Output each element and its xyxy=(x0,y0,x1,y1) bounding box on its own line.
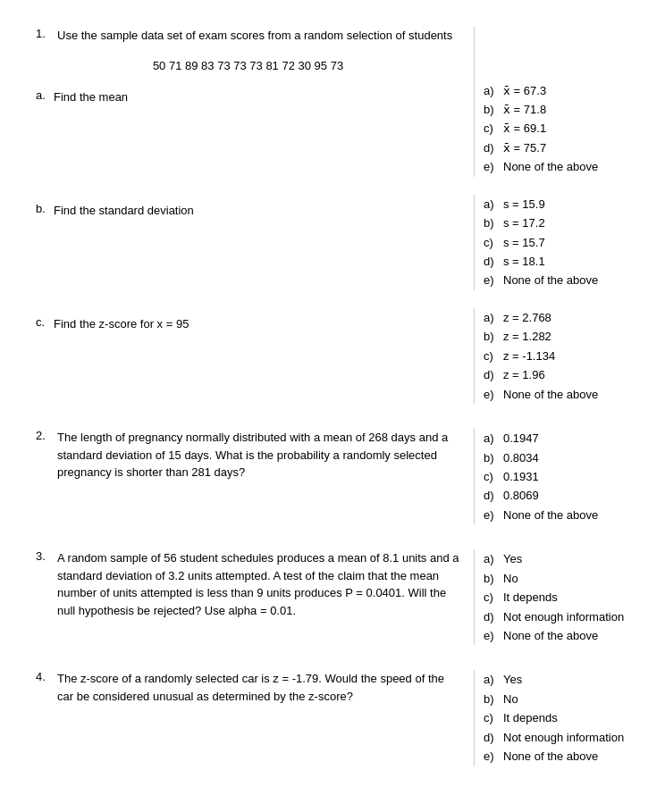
q1a-opt-b: b) x̄ = 71.8 xyxy=(484,100,629,119)
q4-number: 4. xyxy=(36,670,52,712)
q1c-options: a) z = 2.768 b) z = 1.282 c) z = -1.134 … xyxy=(474,308,629,404)
page: 1. Use the sample data set of exam score… xyxy=(0,0,665,812)
q3-opt-b: b) No xyxy=(484,569,629,588)
q1c-opt-c: c) z = -1.134 xyxy=(484,347,629,365)
q1a-opt-d: d) x̄ = 75.7 xyxy=(484,138,629,157)
q1a-options: a) x̄ = 67.3 b) x̄ = 71.8 c) x̄ = 69.1 d… xyxy=(474,81,629,177)
q1-number: 1. xyxy=(36,27,52,52)
q4-opt-d: d) Not enough information xyxy=(484,728,629,747)
question-1-block: 1. Use the sample data set of exam score… xyxy=(36,27,629,404)
q4-opt-c: c) It depends xyxy=(484,708,629,727)
q2-opt-b: b) 0.8034 xyxy=(484,448,629,467)
q1c-opt-d: d) z = 1.96 xyxy=(484,365,629,384)
q1b-opt-c: c) s = 15.7 xyxy=(484,233,629,252)
q4-options: a) Yes b) No c) It depends d) Not enough… xyxy=(474,670,629,766)
q1a-opt-b-letter: b) xyxy=(484,100,498,119)
q1a-opt-d-letter: d) xyxy=(484,138,498,157)
q3-opt-d: d) Not enough information xyxy=(484,607,629,626)
q2-number: 2. xyxy=(36,429,52,489)
q1b-opt-d: d) s = 18.1 xyxy=(484,252,629,271)
question-4-block: 4. The z-score of a randomly selected ca… xyxy=(36,670,629,766)
q1a-opt-a: a) x̄ = 67.3 xyxy=(484,81,629,100)
q1a-opt-a-value: x̄ = 67.3 xyxy=(503,81,546,100)
q1a-opt-c: c) x̄ = 69.1 xyxy=(484,119,629,138)
q1a-opt-c-value: x̄ = 69.1 xyxy=(503,119,546,138)
question-2-block: 2. The length of pregnancy normally dist… xyxy=(36,429,629,524)
q3-text: A random sample of 56 student schedules … xyxy=(57,549,460,619)
q1-right-empty xyxy=(474,27,629,81)
q1b-opt-a: a) s = 15.9 xyxy=(484,195,629,213)
q3-opt-c: c) It depends xyxy=(484,588,629,607)
q1b-opt-e: e) None of the above xyxy=(484,271,629,289)
q1a-text: Find the mean xyxy=(54,88,128,106)
q1a-opt-b-value: x̄ = 71.8 xyxy=(503,100,546,119)
q2-text: The length of pregnancy normally distrib… xyxy=(57,429,460,481)
q2-opt-a: a) 0.1947 xyxy=(484,429,629,448)
q1-data: 50 71 89 83 73 73 73 81 72 30 95 73 xyxy=(36,59,460,72)
q1b-label: b. xyxy=(36,202,54,220)
q1a-opt-d-value: x̄ = 75.7 xyxy=(503,138,546,157)
question-3-block: 3. A random sample of 56 student schedul… xyxy=(36,549,629,645)
q4-opt-b: b) No xyxy=(484,690,629,708)
q1b-options: a) s = 15.9 b) s = 17.2 c) s = 15.7 d) s… xyxy=(474,195,629,290)
q3-number: 3. xyxy=(36,549,52,626)
q1a-opt-e-letter: e) xyxy=(484,157,498,176)
q1-text: Use the sample data set of exam scores f… xyxy=(57,27,452,45)
q3-options: a) Yes b) No c) It depends d) Not enough… xyxy=(474,549,629,645)
q3-left: 3. A random sample of 56 student schedul… xyxy=(36,549,474,645)
q3-opt-e: e) None of the above xyxy=(484,626,629,645)
q1b-opt-b: b) s = 17.2 xyxy=(484,213,629,232)
q4-opt-a: a) Yes xyxy=(484,670,629,689)
q1c-opt-a: a) z = 2.768 xyxy=(484,308,629,327)
q1c-left: c. Find the z-score for x = 95 xyxy=(36,308,474,404)
q1c-label: c. xyxy=(36,315,54,333)
q1b-text: Find the standard deviation xyxy=(54,202,194,220)
q1a-left: a. Find the mean xyxy=(36,81,474,177)
q1a-opt-c-letter: c) xyxy=(484,119,498,138)
q2-opt-d: d) 0.8069 xyxy=(484,486,629,505)
q1a-label: a. xyxy=(36,88,54,106)
q1c-text: Find the z-score for x = 95 xyxy=(54,315,189,333)
q1-left: 1. Use the sample data set of exam score… xyxy=(36,27,474,81)
q1c-opt-e: e) None of the above xyxy=(484,385,629,404)
q1c-opt-b: b) z = 1.282 xyxy=(484,327,629,346)
q2-left: 2. The length of pregnancy normally dist… xyxy=(36,429,474,524)
q4-left: 4. The z-score of a randomly selected ca… xyxy=(36,670,474,766)
q2-opt-c: c) 0.1931 xyxy=(484,467,629,486)
q4-text: The z-score of a randomly selected car i… xyxy=(57,670,460,705)
q1a-opt-a-letter: a) xyxy=(484,81,498,100)
q1b-left: b. Find the standard deviation xyxy=(36,195,474,290)
q3-opt-a: a) Yes xyxy=(484,549,629,568)
q1a-opt-e-value: None of the above xyxy=(503,157,598,176)
q2-opt-e: e) None of the above xyxy=(484,506,629,524)
q2-options: a) 0.1947 b) 0.8034 c) 0.1931 d) 0.8069 … xyxy=(474,429,629,524)
q4-opt-e: e) None of the above xyxy=(484,747,629,766)
q1a-opt-e: e) None of the above xyxy=(484,157,629,176)
